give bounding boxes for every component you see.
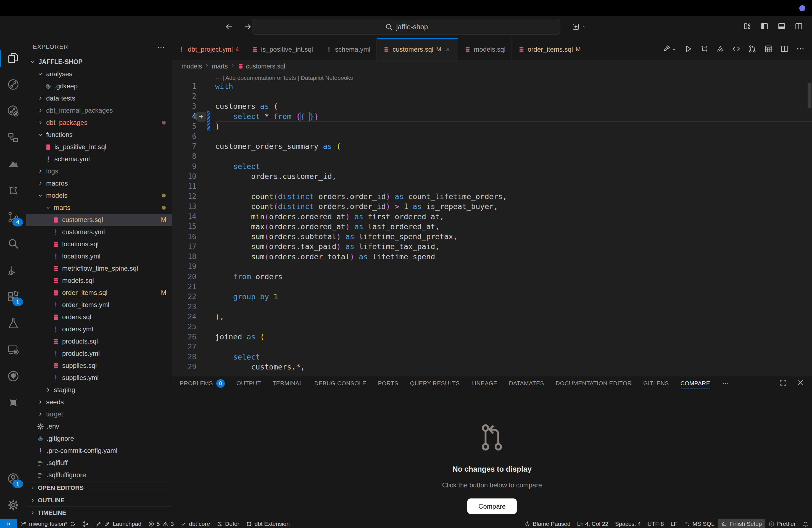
tab-models.sql[interactable]: models.sql bbox=[458, 38, 512, 60]
status-remote-indicator[interactable] bbox=[0, 519, 17, 528]
tree-item-order_items.sql[interactable]: order_items.sqlM bbox=[26, 287, 172, 299]
back-arrow-icon[interactable] bbox=[224, 22, 234, 31]
git-compare-button[interactable] bbox=[748, 44, 757, 54]
close-panel-button[interactable] bbox=[797, 379, 804, 388]
activity-item-dbt-source-control-alt[interactable] bbox=[0, 98, 26, 125]
toggle-primary-sidebar-button[interactable] bbox=[760, 22, 769, 32]
tab-dbt_project.yml[interactable]: dbt_project.yml4 bbox=[172, 38, 245, 60]
tree-item-orders.sql[interactable]: orders.sql bbox=[26, 311, 172, 323]
tree-item-logs[interactable]: logs bbox=[26, 165, 172, 177]
tree-item-models[interactable]: models bbox=[26, 189, 172, 202]
tree-item-schema.yml[interactable]: schema.yml bbox=[26, 153, 172, 165]
sidebar-section-timeline[interactable]: TIMELINE bbox=[26, 507, 172, 519]
more-actions-button[interactable] bbox=[796, 44, 805, 54]
status-indentation[interactable]: Spaces: 4 bbox=[612, 519, 644, 528]
customize-layout-button[interactable] bbox=[743, 22, 752, 32]
status-git-branch[interactable]: mwong-fusion* bbox=[17, 519, 79, 528]
add-comment-button[interactable]: + bbox=[197, 112, 206, 121]
compare-button[interactable]: Compare bbox=[467, 498, 517, 514]
tree-item-macros[interactable]: macros bbox=[26, 177, 172, 189]
activity-item-dbt-source-control[interactable] bbox=[0, 72, 26, 98]
panel-tab-ports[interactable]: PORTS bbox=[378, 376, 398, 391]
status-prettier[interactable]: Prettier bbox=[765, 519, 799, 528]
status-problems-summary[interactable]: 53 bbox=[145, 519, 177, 528]
tree-item-locations.yml[interactable]: locations.yml bbox=[26, 250, 172, 262]
tree-item-.sqlfluffignore[interactable]: .sqlfluffignore bbox=[26, 469, 172, 481]
panel-tab-query-results[interactable]: QUERY RESULTS bbox=[410, 376, 460, 391]
tree-item-models.sql[interactable]: models.sql bbox=[26, 275, 172, 287]
activity-item-github[interactable] bbox=[0, 363, 26, 390]
panel-tab-datamates[interactable]: DATAMATES bbox=[509, 376, 544, 391]
tab-schema.yml[interactable]: schema.yml bbox=[319, 38, 377, 60]
breadcrumb-item[interactable]: marts bbox=[212, 63, 228, 70]
status-eol[interactable]: LF bbox=[667, 519, 681, 528]
tree-item-.env[interactable]: .env bbox=[26, 420, 172, 432]
tree-item-.pre-commit-config.yaml[interactable]: .pre-commit-config.yaml bbox=[26, 444, 172, 457]
forward-arrow-icon[interactable] bbox=[243, 22, 252, 31]
status-notifications-bell[interactable] bbox=[799, 519, 812, 528]
tree-item-analyses[interactable]: analyses bbox=[26, 68, 172, 80]
tree-item-metricflow_time_spine.sql[interactable]: metricflow_time_spine.sql bbox=[26, 262, 172, 275]
code-editor[interactable]: 1with23customers as (4+ select * from {{… bbox=[172, 81, 812, 376]
activity-item-datapilot[interactable] bbox=[0, 151, 26, 178]
status-git-graph[interactable] bbox=[79, 519, 92, 528]
tree-item-customers.sql[interactable]: customers.sqlM bbox=[26, 214, 172, 226]
status-defer[interactable]: Defer bbox=[213, 519, 243, 528]
activity-item-explorer[interactable] bbox=[0, 45, 26, 72]
tree-item-customers.yml[interactable]: customers.yml bbox=[26, 226, 172, 238]
activity-item-testing[interactable] bbox=[0, 310, 26, 337]
panel-more-icon[interactable] bbox=[722, 379, 729, 387]
status-blame-status[interactable]: Blame Paused bbox=[521, 519, 574, 528]
tab-is_positive_int.sql[interactable]: is_positive_int.sql bbox=[245, 38, 319, 60]
tree-item-supplies.sql[interactable]: supplies.sql bbox=[26, 360, 172, 372]
sqlfluff-lint-button[interactable] bbox=[716, 44, 725, 54]
dbt-power-user-action-button[interactable] bbox=[700, 44, 709, 54]
breadcrumb-item[interactable]: customers.sql bbox=[246, 63, 285, 70]
tab-customers.sql[interactable]: customers.sqlM bbox=[377, 38, 458, 60]
activity-item-source-control[interactable]: 4 bbox=[0, 204, 26, 231]
activity-item-lineage[interactable] bbox=[0, 125, 26, 151]
status-cursor-position[interactable]: Ln 4, Col 22 bbox=[574, 519, 612, 528]
tree-item-jaffle-shop[interactable]: JAFFLE-SHOP bbox=[26, 56, 172, 68]
compiled-code-button[interactable] bbox=[732, 44, 741, 54]
tree-item-seeds[interactable]: seeds bbox=[26, 396, 172, 408]
panel-tab-lineage[interactable]: LINEAGE bbox=[472, 376, 497, 391]
explorer-more-icon[interactable]: ⋯ bbox=[157, 43, 165, 52]
status-finish-setup[interactable]: Finish Setup bbox=[718, 519, 765, 528]
panel-tab-output[interactable]: OUTPUT bbox=[236, 376, 261, 391]
status-launchpad[interactable]: Launchpad bbox=[92, 519, 145, 528]
status-language-mode[interactable]: MS SQL bbox=[681, 519, 717, 528]
activity-item-search[interactable] bbox=[0, 231, 26, 258]
activity-item-dbt-power-user-filled[interactable] bbox=[0, 390, 26, 416]
panel-tab-terminal[interactable]: TERMINAL bbox=[273, 376, 303, 391]
sidebar-section-outline[interactable]: OUTLINE bbox=[26, 494, 172, 507]
codelens-links[interactable]: ··· | Add documentation or tests | Datap… bbox=[172, 72, 812, 81]
tree-item-dbt_internal_packages[interactable]: dbt_internal_packages bbox=[26, 104, 172, 117]
activity-item-remote-explorer[interactable] bbox=[0, 337, 26, 363]
activity-item-dbt-power-user[interactable] bbox=[0, 178, 26, 204]
maximize-panel-button[interactable] bbox=[779, 379, 787, 388]
close-icon[interactable] bbox=[444, 46, 452, 53]
tree-item-products.yml[interactable]: products.yml bbox=[26, 348, 172, 360]
breadcrumb[interactable]: modelsmartscustomers.sql bbox=[172, 61, 812, 72]
tree-item-.gitkeep[interactable]: .gitkeep bbox=[26, 80, 172, 92]
activity-item-settings[interactable] bbox=[0, 493, 26, 519]
panel-tab-documentation-editor[interactable]: DOCUMENTATION EDITOR bbox=[556, 376, 632, 391]
tree-item-dbt_packages[interactable]: dbt_packages bbox=[26, 117, 172, 129]
split-editor-button[interactable] bbox=[780, 44, 789, 54]
tree-item-.gitignore[interactable]: .gitignore bbox=[26, 432, 172, 444]
dbt-build-button[interactable] bbox=[662, 44, 677, 54]
tree-item-order_items.yml[interactable]: order_items.yml bbox=[26, 299, 172, 311]
tab-order_items.sql[interactable]: order_items.sqlM bbox=[512, 38, 587, 60]
sidebar-section-open-editors[interactable]: OPEN EDITORS bbox=[26, 482, 172, 494]
panel-tab-gitlens[interactable]: GITLENS bbox=[643, 376, 669, 391]
activity-item-run-and-debug[interactable] bbox=[0, 258, 26, 284]
activity-item-extensions[interactable]: 1 bbox=[0, 284, 26, 310]
tree-item-is_positive_int.sql[interactable]: is_positive_int.sql bbox=[26, 141, 172, 153]
status-dbt-core[interactable]: dbt core bbox=[177, 519, 213, 528]
query-results-button[interactable] bbox=[764, 44, 773, 54]
run-query-button[interactable] bbox=[684, 44, 693, 54]
panel-tab-problems[interactable]: PROBLEMS8 bbox=[180, 376, 225, 391]
status-dbt-extension[interactable]: dbt Extension bbox=[243, 519, 293, 528]
tree-item-supplies.yml[interactable]: supplies.yml bbox=[26, 372, 172, 384]
